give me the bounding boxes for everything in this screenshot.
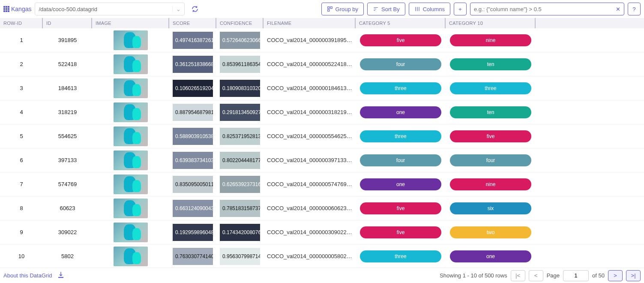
cell-score: 0.887954687981 (169, 100, 216, 124)
cell-rowid: 7 (0, 172, 43, 196)
page-input[interactable] (563, 270, 589, 281)
pagination: Showing 1 - 10 of 500 rows |< < Page of … (440, 270, 641, 281)
cell-score: 0.588903910538 (169, 124, 216, 148)
datagrid-path-select[interactable]: /data/coco-500.datagrid ⌄ (35, 3, 185, 15)
col-header-rowid[interactable]: ROW-ID (0, 18, 43, 28)
cell-score: 0.361251838668 (169, 52, 216, 76)
refresh-button[interactable] (188, 3, 202, 15)
cell-filename: COCO_val2014_000000554625.jpg (264, 124, 356, 148)
table-row[interactable]: 55546250.5889039105380.825371952813COCO_… (0, 124, 644, 148)
table-row[interactable]: 63971330.6393837341030.802204448177COCO_… (0, 148, 644, 172)
cell-image[interactable] (92, 76, 169, 100)
cell-image[interactable] (92, 100, 169, 124)
cell-id: 574769 (43, 172, 92, 196)
col-header-score[interactable]: SCORE (169, 18, 216, 28)
cell-id: 391895 (43, 28, 92, 52)
cell-category5: three (356, 76, 446, 100)
table-row[interactable]: 75747690.8350950050110.626539237316COCO_… (0, 172, 644, 196)
table-row[interactable]: 93090220.1929598960480.174342008076COCO_… (0, 220, 644, 244)
table-row[interactable]: 25224180.3612518386680.853961186354COCO_… (0, 52, 644, 76)
image-thumbnail (114, 54, 148, 74)
cell-rowid: 2 (0, 52, 43, 76)
cell-image[interactable] (92, 52, 169, 76)
download-button[interactable] (57, 271, 65, 280)
last-page-button[interactable]: >| (626, 270, 641, 281)
col-header-id[interactable]: ID (43, 18, 92, 28)
footer: About this DataGrid Showing 1 - 10 of 50… (0, 268, 644, 283)
cell-filename: COCO_val2014_000000574769.jpg (264, 172, 356, 196)
image-thumbnail (114, 175, 148, 194)
grid-icon (3, 6, 9, 12)
sort-by-button[interactable]: Sort By (367, 3, 405, 15)
table-row[interactable]: 31846130.1060265192040.180908310320COCO_… (0, 76, 644, 100)
cell-id: 60623 (43, 196, 92, 220)
cell-category10: five (446, 124, 536, 148)
cell-id: 309022 (43, 220, 92, 244)
cell-score: 0.192959896048 (169, 220, 216, 244)
cell-confidence: 0.956307998714 (216, 244, 264, 268)
image-thumbnail (114, 30, 148, 50)
cell-rowid: 3 (0, 76, 43, 100)
table-row[interactable]: 13918950.4974163872610.572640623066COCO_… (0, 28, 644, 52)
table-row[interactable]: 1058020.7630307741400.956307998714COCO_v… (0, 244, 644, 268)
table-row[interactable]: 43182190.8879546879810.291813450927COCO_… (0, 100, 644, 124)
cell-id: 184613 (43, 76, 92, 100)
cell-image[interactable] (92, 196, 169, 220)
table-header: ROW-ID ID IMAGE SCORE CONFIDENCE FILENAM… (0, 18, 644, 28)
cell-category10: one (446, 244, 536, 268)
rows-summary: Showing 1 - 10 of 500 rows (440, 272, 507, 279)
col-header-confidence[interactable]: CONFIDENCE (216, 18, 264, 28)
cell-filename: COCO_val2014_000000005802.jpg (264, 244, 356, 268)
cell-category5: three (356, 244, 446, 268)
cell-filename: COCO_val2014_000000522418.jpg (264, 52, 356, 76)
cell-category5: five (356, 196, 446, 220)
cell-score: 0.763030774140 (169, 244, 216, 268)
cell-id: 554625 (43, 124, 92, 148)
cell-category10: nine (446, 28, 536, 52)
filter-input-wrap[interactable]: ✕ (470, 3, 624, 15)
first-page-button[interactable]: |< (511, 270, 525, 281)
cell-image[interactable] (92, 172, 169, 196)
cell-image[interactable] (92, 244, 169, 268)
col-header-category5[interactable]: CATEGORY 5 (356, 18, 446, 28)
table-row[interactable]: 8606230.6631240900430.785183158737COCO_v… (0, 196, 644, 220)
svg-rect-2 (327, 9, 329, 11)
table-body: 13918950.4974163872610.572640623066COCO_… (0, 28, 644, 268)
cell-rowid: 6 (0, 148, 43, 172)
cell-category10: two (446, 220, 536, 244)
cell-score: 0.663124090043 (169, 196, 216, 220)
add-column-button[interactable]: + (454, 3, 467, 15)
cell-filename: COCO_val2014_000000060623.jpg (264, 196, 356, 220)
about-link[interactable]: About this DataGrid (3, 272, 52, 279)
brand-text: Kangas (11, 6, 31, 12)
cell-score: 0.639383734103 (169, 148, 216, 172)
cell-confidence: 0.825371952813 (216, 124, 264, 148)
col-header-image[interactable]: IMAGE (92, 18, 169, 28)
cell-filename: COCO_val2014_000000318219.jpg (264, 100, 356, 124)
cell-confidence: 0.180908310320 (216, 76, 264, 100)
help-button[interactable]: ? (628, 3, 641, 15)
cell-confidence: 0.174342008076 (216, 220, 264, 244)
prev-page-button[interactable]: < (529, 270, 543, 281)
cell-id: 5802 (43, 244, 92, 268)
columns-button[interactable]: Columns (409, 3, 450, 15)
col-header-filename[interactable]: FILENAME (264, 18, 356, 28)
group-by-button[interactable]: Group by (321, 3, 364, 15)
image-thumbnail (114, 199, 148, 218)
cell-id: 397133 (43, 148, 92, 172)
cell-image[interactable] (92, 220, 169, 244)
image-thumbnail (114, 247, 148, 266)
cell-image[interactable] (92, 28, 169, 52)
image-thumbnail (114, 102, 148, 122)
columns-icon (414, 6, 420, 12)
refresh-icon (191, 5, 199, 13)
cell-category10: ten (446, 52, 536, 76)
svg-rect-0 (327, 7, 329, 9)
clear-icon[interactable]: ✕ (616, 6, 620, 12)
cell-image[interactable] (92, 124, 169, 148)
next-page-button[interactable]: > (608, 270, 623, 281)
filter-input[interactable] (474, 6, 616, 12)
brand-logo[interactable]: Kangas (3, 6, 31, 12)
col-header-category10[interactable]: CATEGORY 10 (446, 18, 536, 28)
cell-image[interactable] (92, 148, 169, 172)
